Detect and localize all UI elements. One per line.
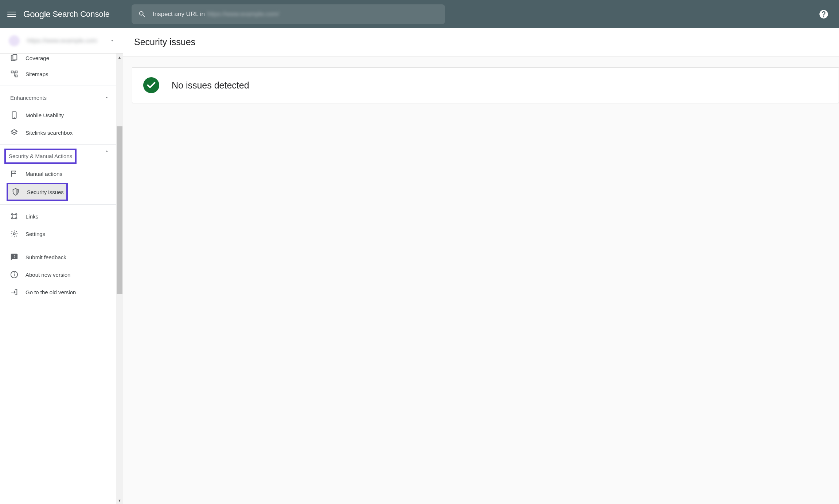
divider <box>0 204 116 205</box>
section-header-enhancements[interactable]: Enhancements <box>0 89 123 106</box>
sidebar-item-security-issues[interactable]: Security issues <box>8 184 66 200</box>
scrollbar-up-arrow[interactable]: ▲ <box>116 54 123 61</box>
nav-label: About new version <box>26 272 70 278</box>
menu-icon[interactable] <box>7 10 16 19</box>
nav-label: Coverage <box>26 55 49 61</box>
property-name: https://www.example.com <box>27 37 110 44</box>
links-icon <box>10 212 18 220</box>
nav-label: Submit feedback <box>26 254 66 260</box>
feedback-icon <box>10 253 18 261</box>
property-selector[interactable]: https://www.example.com <box>0 28 123 54</box>
sitemaps-icon <box>10 70 18 78</box>
sidebar-item-links[interactable]: Links <box>0 208 116 225</box>
url-inspect-search[interactable]: Inspect any URL in https://www.example.c… <box>132 4 445 24</box>
app-header: Google Search Console Inspect any URL in… <box>0 0 839 28</box>
layers-icon <box>10 129 18 137</box>
svg-rect-3 <box>15 71 17 73</box>
svg-rect-2 <box>11 71 13 73</box>
sidebar: https://www.example.com ▲ ▼ Coverage <box>0 28 123 504</box>
svg-rect-4 <box>15 75 17 77</box>
sidebar-item-mobile-usability[interactable]: Mobile Usability <box>0 106 116 124</box>
nav-label: Go to the old version <box>26 289 76 295</box>
help-button[interactable] <box>819 9 829 19</box>
divider <box>0 86 116 86</box>
svg-point-7 <box>12 214 13 215</box>
flag-icon <box>10 170 18 178</box>
svg-point-14 <box>14 273 15 273</box>
nav-label: Sitelinks searchbox <box>26 130 73 136</box>
nav-label: Manual actions <box>26 171 62 177</box>
check-icon <box>143 77 159 93</box>
logo-brand: Google <box>23 9 50 19</box>
search-placeholder: Inspect any URL in https://www.example.c… <box>153 11 279 18</box>
sidebar-scrollbar[interactable]: ▲ ▼ <box>116 54 123 504</box>
divider <box>0 144 116 145</box>
svg-point-9 <box>12 218 13 219</box>
main-content: Security issues No issues detected <box>123 28 839 504</box>
svg-point-8 <box>16 214 17 215</box>
search-icon <box>138 10 146 18</box>
nav-label: Settings <box>26 231 45 237</box>
property-avatar <box>9 35 20 46</box>
highlight-item-security-issues: Security issues <box>7 183 68 201</box>
sidebar-item-settings[interactable]: Settings <box>0 225 116 243</box>
svg-point-11 <box>13 233 15 235</box>
logo-product: Search Console <box>52 9 110 19</box>
sidebar-item-old-version[interactable]: Go to the old version <box>0 283 116 301</box>
chevron-up-icon <box>104 95 109 100</box>
status-message: No issues detected <box>172 80 249 91</box>
scrollbar-down-arrow[interactable]: ▼ <box>116 497 123 504</box>
shield-icon <box>12 188 20 196</box>
sidebar-item-about-new-version[interactable]: About new version <box>0 266 116 283</box>
section-title: Enhancements <box>10 95 47 101</box>
chevron-down-icon <box>110 39 114 43</box>
sidebar-item-coverage[interactable]: Coverage <box>0 54 116 65</box>
nav-label: Sitemaps <box>26 71 48 77</box>
sidebar-item-sitemaps[interactable]: Sitemaps <box>0 65 116 83</box>
nav-label: Mobile Usability <box>26 112 64 118</box>
section-title: Security & Manual Actions <box>9 153 72 159</box>
coverage-icon <box>10 54 18 62</box>
page-title: Security issues <box>123 28 839 56</box>
mobile-icon <box>10 111 18 119</box>
sidebar-item-manual-actions[interactable]: Manual actions <box>0 165 116 182</box>
svg-rect-1 <box>13 55 17 60</box>
info-icon <box>10 271 18 279</box>
gear-icon <box>10 230 18 238</box>
highlight-section-security: Security & Manual Actions <box>4 149 77 164</box>
status-card: No issues detected <box>132 67 839 103</box>
scrollbar-thumb[interactable] <box>117 126 122 294</box>
content-area: No issues detected <box>123 56 839 504</box>
app-logo: Google Search Console <box>23 9 110 19</box>
exit-icon <box>10 288 18 296</box>
sidebar-item-sitelinks-searchbox[interactable]: Sitelinks searchbox <box>0 124 116 141</box>
svg-point-10 <box>16 218 17 219</box>
nav-label: Links <box>26 213 38 220</box>
sidebar-item-submit-feedback[interactable]: Submit feedback <box>0 248 116 266</box>
nav-label: Security issues <box>27 189 64 195</box>
